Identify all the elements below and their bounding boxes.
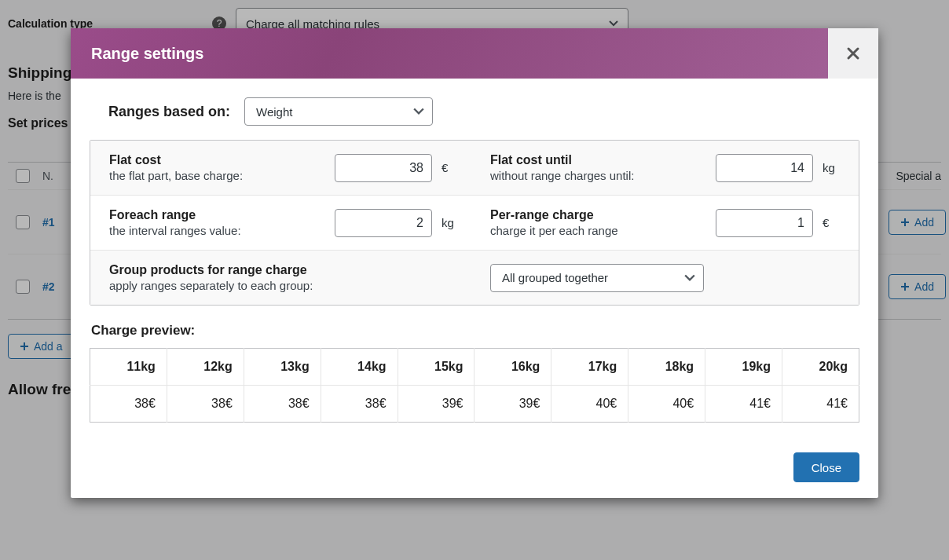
per-range-unit: € xyxy=(823,216,840,229)
preview-weight-cell: 12kg xyxy=(167,349,244,386)
preview-charge-cell: 38€ xyxy=(244,386,321,423)
charge-preview-table: 11kg12kg13kg14kg15kg16kg17kg18kg19kg20kg… xyxy=(90,348,859,423)
preview-charge-cell: 41€ xyxy=(782,386,859,423)
flat-cost-input[interactable] xyxy=(335,154,432,182)
preview-charge-cell: 41€ xyxy=(705,386,782,423)
flat-until-label: Flat cost until xyxy=(490,153,706,167)
foreach-unit: kg xyxy=(442,216,459,229)
preview-charge-cell: 39€ xyxy=(474,386,551,423)
preview-weight-cell: 16kg xyxy=(474,349,551,386)
preview-weight-cell: 14kg xyxy=(321,349,398,386)
foreach-input[interactable] xyxy=(335,209,432,237)
range-settings-modal: Range settings Ranges based on: Weight F… xyxy=(71,28,878,498)
preview-weight-cell: 17kg xyxy=(551,349,628,386)
group-desc: apply ranges separately to each group: xyxy=(109,279,459,292)
per-range-desc: charge it per each range xyxy=(490,224,706,237)
preview-charge-cell: 39€ xyxy=(398,386,474,423)
charge-preview-label: Charge preview: xyxy=(90,323,859,339)
ranges-based-on-label: Ranges based on: xyxy=(108,104,230,120)
chevron-down-icon xyxy=(684,273,695,284)
close-modal-button[interactable]: Close xyxy=(793,452,859,482)
ranges-based-on-select[interactable]: Weight xyxy=(244,97,433,126)
preview-weight-cell: 15kg xyxy=(398,349,474,386)
flat-cost-unit: € xyxy=(442,161,459,174)
preview-charge-cell: 40€ xyxy=(551,386,628,423)
flat-until-desc: without range charges until: xyxy=(490,169,706,182)
group-label: Group products for range charge xyxy=(109,263,459,277)
preview-weight-cell: 19kg xyxy=(705,349,782,386)
preview-charge-cell: 40€ xyxy=(628,386,705,423)
close-icon xyxy=(846,46,860,60)
group-value: All grouped together xyxy=(502,271,608,284)
ranges-based-on-value: Weight xyxy=(256,105,292,119)
group-select[interactable]: All grouped together xyxy=(490,264,704,292)
preview-weight-cell: 18kg xyxy=(628,349,705,386)
chevron-down-icon xyxy=(413,106,424,117)
preview-charge-cell: 38€ xyxy=(90,386,167,423)
flat-cost-label: Flat cost xyxy=(109,153,325,167)
flat-until-unit: kg xyxy=(823,161,840,174)
preview-weight-cell: 11kg xyxy=(90,349,167,386)
close-button[interactable] xyxy=(828,28,878,79)
per-range-label: Per-range charge xyxy=(490,208,706,222)
foreach-desc: the interval ranges value: xyxy=(109,224,325,237)
flat-until-input[interactable] xyxy=(716,154,813,182)
preview-weight-cell: 20kg xyxy=(782,349,859,386)
flat-cost-desc: the flat part, base charge: xyxy=(109,169,325,182)
preview-charge-cell: 38€ xyxy=(167,386,244,423)
preview-charge-cell: 38€ xyxy=(321,386,398,423)
preview-weight-cell: 13kg xyxy=(244,349,321,386)
per-range-input[interactable] xyxy=(716,209,813,237)
modal-title: Range settings xyxy=(71,28,828,79)
foreach-label: Foreach range xyxy=(109,208,325,222)
settings-box: Flat cost the flat part, base charge: € … xyxy=(90,140,859,306)
